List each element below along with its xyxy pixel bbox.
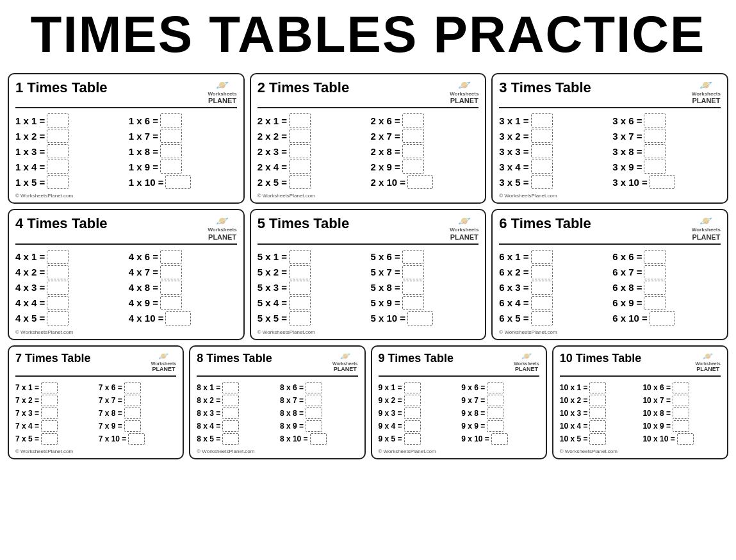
answer-9-9[interactable] (487, 420, 503, 432)
answer-4-1[interactable] (47, 250, 69, 264)
answer-7-4[interactable] (41, 420, 58, 432)
answer-1-2[interactable] (47, 129, 69, 143)
answer-9-3[interactable] (404, 408, 421, 419)
answer-10-1[interactable] (589, 382, 606, 393)
answer-2-5[interactable] (289, 175, 311, 189)
answer-5-9[interactable] (402, 296, 424, 310)
answer-2-1[interactable] (289, 113, 311, 128)
answer-3-6[interactable] (644, 113, 666, 128)
answer-1-7[interactable] (160, 129, 182, 143)
answer-8-3[interactable] (222, 408, 239, 419)
answer-4-3[interactable] (47, 281, 69, 295)
answer-3-9[interactable] (644, 160, 666, 174)
answer-10-6[interactable] (673, 382, 689, 393)
answer-5-2[interactable] (289, 265, 311, 279)
answer-3-1[interactable] (531, 113, 553, 128)
answer-6-4[interactable] (531, 296, 553, 310)
answer-8-1[interactable] (222, 382, 239, 393)
answer-4-10[interactable] (165, 311, 191, 325)
answer-10-8[interactable] (673, 408, 689, 419)
answer-9-10[interactable] (491, 433, 508, 445)
answer-4-2[interactable] (47, 265, 69, 279)
answer-1-1[interactable] (47, 113, 69, 128)
answer-4-7[interactable] (160, 265, 182, 279)
answer-8-7[interactable] (306, 395, 322, 406)
answer-8-8[interactable] (306, 408, 322, 419)
answer-5-4[interactable] (289, 296, 311, 310)
answer-1-4[interactable] (47, 160, 69, 174)
answer-1-5[interactable] (47, 175, 69, 189)
answer-2-7[interactable] (402, 129, 424, 143)
answer-8-6[interactable] (306, 382, 322, 393)
answer-1-8[interactable] (160, 144, 182, 158)
answer-2-4[interactable] (289, 160, 311, 174)
answer-2-2[interactable] (289, 129, 311, 143)
answer-7-5[interactable] (41, 433, 58, 445)
answer-9-6[interactable] (487, 382, 503, 393)
answer-2-9[interactable] (402, 160, 424, 174)
answer-1-9[interactable] (160, 160, 182, 174)
answer-1-3[interactable] (47, 144, 69, 158)
answer-7-2[interactable] (41, 395, 58, 406)
answer-7-10[interactable] (128, 433, 145, 445)
answer-10-5[interactable] (589, 433, 606, 445)
answer-9-7[interactable] (487, 395, 503, 406)
answer-5-8[interactable] (402, 281, 424, 295)
answer-10-10[interactable] (677, 433, 694, 445)
answer-10-2[interactable] (589, 395, 606, 406)
answer-9-5[interactable] (404, 433, 421, 445)
answer-2-8[interactable] (402, 144, 424, 158)
answer-4-8[interactable] (160, 281, 182, 295)
answer-4-4[interactable] (47, 296, 69, 310)
answer-5-7[interactable] (402, 265, 424, 279)
answer-8-9[interactable] (306, 420, 322, 432)
answer-3-5[interactable] (531, 175, 553, 189)
answer-8-4[interactable] (222, 420, 239, 432)
answer-3-7[interactable] (644, 129, 666, 143)
answer-10-9[interactable] (673, 420, 689, 432)
answer-8-2[interactable] (222, 395, 239, 406)
answer-2-10[interactable] (407, 175, 433, 189)
answer-3-10[interactable] (650, 175, 675, 189)
answer-2-3[interactable] (289, 144, 311, 158)
answer-6-6[interactable] (644, 250, 666, 264)
answer-6-3[interactable] (531, 281, 553, 295)
answer-7-7[interactable] (124, 395, 141, 406)
answer-9-1[interactable] (404, 382, 421, 393)
answer-6-10[interactable] (650, 311, 675, 325)
answer-8-10[interactable] (310, 433, 327, 445)
answer-3-2[interactable] (531, 129, 553, 143)
answer-3-4[interactable] (531, 160, 553, 174)
answer-1-10[interactable] (165, 175, 191, 189)
answer-6-9[interactable] (644, 296, 666, 310)
answer-7-6[interactable] (124, 382, 141, 393)
answer-2-6[interactable] (402, 113, 424, 128)
answer-6-7[interactable] (644, 265, 666, 279)
answer-6-2[interactable] (531, 265, 553, 279)
answer-1-6[interactable] (160, 113, 182, 128)
answer-5-1[interactable] (289, 250, 311, 264)
answer-3-3[interactable] (531, 144, 553, 158)
answer-7-3[interactable] (41, 408, 58, 419)
answer-7-8[interactable] (124, 408, 141, 419)
answer-7-9[interactable] (124, 420, 141, 432)
answer-3-8[interactable] (644, 144, 666, 158)
answer-6-1[interactable] (531, 250, 553, 264)
answer-9-2[interactable] (404, 395, 421, 406)
answer-9-8[interactable] (487, 408, 503, 419)
answer-4-9[interactable] (160, 296, 182, 310)
answer-10-4[interactable] (589, 420, 606, 432)
answer-10-3[interactable] (589, 408, 606, 419)
answer-5-5[interactable] (289, 311, 311, 325)
answer-7-1[interactable] (41, 382, 58, 393)
answer-5-10[interactable] (407, 311, 433, 325)
answer-6-8[interactable] (644, 281, 666, 295)
answer-8-5[interactable] (222, 433, 239, 445)
answer-10-7[interactable] (673, 395, 689, 406)
answer-4-6[interactable] (160, 250, 182, 264)
answer-5-6[interactable] (402, 250, 424, 264)
answer-4-5[interactable] (47, 311, 69, 325)
answer-5-3[interactable] (289, 281, 311, 295)
answer-6-5[interactable] (531, 311, 553, 325)
answer-9-4[interactable] (404, 420, 421, 432)
